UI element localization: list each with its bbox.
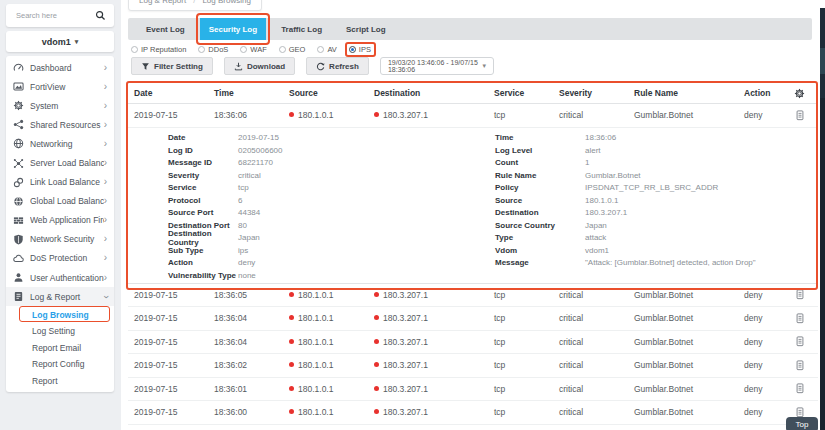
detail-field-severity: Severitycritical [168,169,283,182]
sidebar-item-user-authentication[interactable]: User Authentication› [6,268,114,287]
sidebar-subitem-report-config[interactable]: Report Config [6,356,114,373]
radio-av[interactable]: AV [317,45,336,54]
document-icon[interactable] [795,110,805,121]
breadcrumb-parent[interactable]: Log & Report [139,0,186,5]
detail-field-source-country: Source CountryJapan [495,219,756,232]
column-header-source[interactable]: Source [283,88,368,98]
column-header-service[interactable]: Service [488,88,553,98]
sidebar-item-link-load-balance[interactable]: Link Load Balance› [6,173,114,192]
detail-label: Message [495,258,585,267]
sidebar-item-network-security[interactable]: Network Security› [6,230,114,249]
table-row[interactable]: 2019-07-1518:35:59180.1.0.1180.3.207.1tc… [128,425,818,430]
search-icon[interactable] [95,7,106,25]
tab-traffic-log[interactable]: Traffic Log [272,18,331,40]
table-row[interactable]: 2019-07-1518:36:00180.1.0.1180.3.207.1tc… [128,401,818,425]
detail-field-log-id: Log ID0205006600 [168,144,283,157]
table-row[interactable]: 2019-07-1518:36:05180.1.0.1180.3.207.1tc… [128,284,818,308]
sidebar-subitem-log-setting[interactable]: Log Setting [6,323,114,340]
radio-geo[interactable]: GEO [279,45,306,54]
detail-value: 6 [238,196,242,205]
cell-time: 18:36:06 [208,110,283,120]
shield-icon [13,234,26,245]
column-header-action[interactable]: Action [738,88,783,98]
radio-label: IPS [359,45,371,54]
red-dot-icon [374,292,379,297]
detail-value: none [238,271,256,280]
cell-destination: 180.3.207.1 [368,290,488,300]
detail-label: Policy [495,183,585,192]
search-input[interactable] [14,10,95,21]
detail-value: vdom1 [585,246,609,255]
cell-destination: 180.3.207.1 [368,407,488,417]
log-detail-panel: Date2019-07-15Log ID0205006600Message ID… [128,128,818,284]
cell-action: deny [738,407,783,417]
detail-value: "Attack: [Gumblar.Botnet] detected, acti… [585,258,756,267]
scroll-to-top-button[interactable]: Top [786,417,818,430]
download-button[interactable]: Download [224,57,295,75]
sidebar-item-dos-protection[interactable]: DoS Protection› [6,249,114,268]
tab-security-log[interactable]: Security Log [200,18,266,40]
breadcrumb-current[interactable]: Log Browsing [202,0,250,5]
sidebar-subitem-label: Report Config [32,359,84,369]
chevron-right-icon: › [104,120,107,130]
detail-field-rule-name: Rule NameGumblar.Botnet [495,169,756,182]
sidebar-subitem-report-email[interactable]: Report Email [6,339,114,356]
detail-field-service: Servicetcp [168,182,283,195]
sidebar-item-shared-resources[interactable]: Shared Resources› [6,115,114,134]
document-icon[interactable] [795,360,805,371]
document-icon[interactable] [795,336,805,347]
radio-circle-icon [131,46,138,53]
sidebar-item-log-report[interactable]: Log & Report› [6,287,114,306]
radio-waf[interactable]: WAF [240,45,266,54]
sidebar-item-networking[interactable]: Networking› [6,134,114,153]
sidebar-subitem-log-browsing[interactable]: Log Browsing [6,306,114,323]
sidebar-subitem-report[interactable]: Report [6,373,114,390]
sidebar-item-web-application-firewall[interactable]: Web Application Firewall› [6,211,114,230]
vdom-selector[interactable]: vdom1 ▾ [6,31,114,52]
gear-icon[interactable] [794,88,805,99]
document-icon[interactable] [795,289,805,300]
detail-field-policy: PolicyIPSDNAT_TCP_RR_LB_SRC_ADDR [495,182,756,195]
date-range-select[interactable]: 19/03/20 13:46:06 - 19/07/15 18:36:06 ▾ [380,57,494,75]
column-header-date[interactable]: Date [128,88,208,98]
table-row[interactable]: 2019-07-1518:36:04180.1.0.1180.3.207.1tc… [128,307,818,331]
detail-field-count: Count1 [495,157,756,170]
table-row[interactable]: 2019-07-1518:36:04180.1.0.1180.3.207.1tc… [128,331,818,355]
detail-field-message-id: Message ID68221170 [168,157,283,170]
radio-ips[interactable]: IPS [349,45,371,54]
cell-destination: 180.3.207.1 [368,110,488,120]
firewall-icon [13,215,26,226]
tab-event-log[interactable]: Event Log [137,18,194,40]
radio-ip-reputation[interactable]: IP Reputation [131,45,186,54]
table-row[interactable]: 2019-07-1518:36:01180.1.0.1180.3.207.1tc… [128,378,818,402]
detail-value: 68221170 [238,158,273,167]
cell-time: 18:36:04 [208,313,283,323]
column-header-rule-name[interactable]: Rule Name [628,88,738,98]
gear-icon [13,100,26,111]
sidebar-item-label: Shared Resources [30,120,104,130]
table-row[interactable]: 2019-07-1518:36:06180.1.0.1180.3.207.1tc… [128,104,818,128]
tab-script-log[interactable]: Script Log [337,18,395,40]
server-lb-icon [13,158,26,169]
filter-setting-button[interactable]: Filter Setting [131,57,213,75]
sidebar-item-dashboard[interactable]: Dashboard› [6,58,114,77]
table-row[interactable]: 2019-07-1518:36:02180.1.0.1180.3.207.1tc… [128,354,818,378]
column-header-severity[interactable]: Severity [553,88,628,98]
detail-label: Destination [495,208,585,217]
sidebar-item-system[interactable]: System› [6,96,114,115]
sidebar-subitem-label: Log Setting [32,326,75,336]
sidebar-item-fortiview[interactable]: FortiView› [6,77,114,96]
radio-ddos[interactable]: DDoS [198,45,228,54]
radio-label: IP Reputation [141,45,186,54]
column-header-destination[interactable]: Destination [368,88,488,98]
sidebar-item-server-load-balance[interactable]: Server Load Balance› [6,153,114,172]
sidebar-item-global-load-balance[interactable]: Global Load Balance› [6,192,114,211]
column-header-time[interactable]: Time [208,88,283,98]
detail-field-log-level: Log Levelalert [495,144,756,157]
detail-field-source-port: Source Port44384 [168,207,283,220]
refresh-button[interactable]: Refresh [306,57,369,75]
document-icon[interactable] [795,383,805,394]
sidebar-item-label: Global Load Balance [30,196,104,206]
detail-field-type: Typeattack [495,232,756,245]
document-icon[interactable] [795,313,805,324]
